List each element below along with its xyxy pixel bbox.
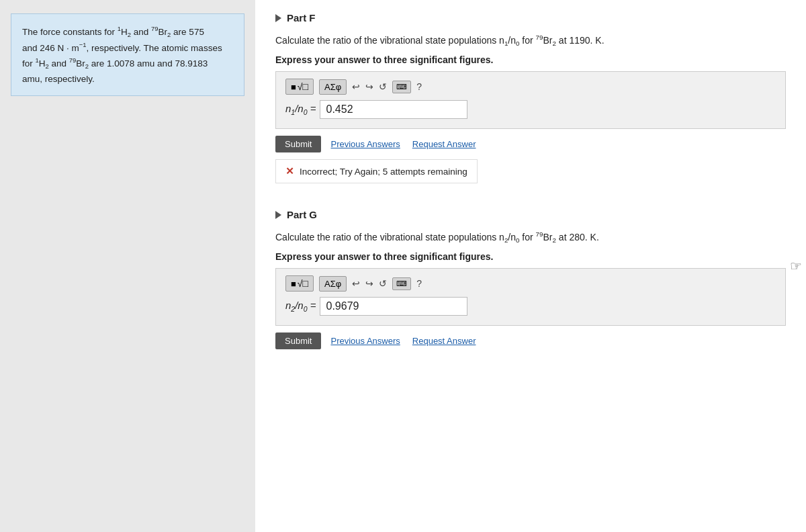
part-g-description2: Express your answer to three significant… <box>275 250 786 264</box>
part-f-request-answer-link[interactable]: Request Answer <box>412 139 476 149</box>
part-f-incorrect-message: Incorrect; Try Again; 5 attempts remaini… <box>300 167 467 177</box>
info-line3: for 1H2 and 79Br2 are 1.0078 amu and 78.… <box>22 55 233 71</box>
part-f-refresh-icon[interactable]: ↺ <box>379 81 387 92</box>
part-g-submit-row: Submit Previous Answers Request Answer <box>275 332 786 349</box>
part-g-request-answer-link[interactable]: Request Answer <box>412 336 476 346</box>
part-g-question-icon[interactable]: ? <box>416 278 422 289</box>
part-f-redo-icon[interactable]: ↪ <box>365 81 373 92</box>
part-g-toolbar: ■ √□ AΣφ ↩ ↪ ↺ ⌨ ? <box>285 275 776 292</box>
left-panel: The force constants for 1H2 and 79Br2 ar… <box>0 0 255 532</box>
part-f-input[interactable] <box>320 100 467 119</box>
part-g-sqrt-button[interactable]: ■ √□ <box>285 275 314 292</box>
part-f-formula-row: n1/n0 = <box>285 100 776 119</box>
info-line1: The force constants for 1H2 and 79Br2 ar… <box>22 24 233 40</box>
part-g-alpha-label: AΣφ <box>324 279 341 289</box>
part-f-description1: Calculate the ratio of the vibrational s… <box>275 33 786 49</box>
part-f-label: Part F <box>287 12 316 24</box>
right-panel: Part F Calculate the ratio of the vibrat… <box>255 0 806 532</box>
info-line2: and 246 N · m−1, respectively. The atomi… <box>22 40 233 55</box>
part-g-formula-label: n2/n0 = <box>285 300 316 313</box>
part-f-keyboard-icon[interactable]: ⌨ <box>392 81 411 93</box>
part-g-refresh-icon[interactable]: ↺ <box>379 278 387 289</box>
part-f-collapse-icon[interactable] <box>275 14 281 22</box>
part-g-undo-icon[interactable]: ↩ <box>352 278 360 289</box>
part-g-redo-icon[interactable]: ↪ <box>365 278 373 289</box>
part-f-section: Part F Calculate the ratio of the vibrat… <box>275 7 786 183</box>
part-f-question-icon[interactable]: ? <box>416 81 422 92</box>
part-f-previous-answers-link[interactable]: Previous Answers <box>330 139 400 149</box>
info-box: The force constants for 1H2 and 79Br2 ar… <box>11 13 244 96</box>
part-f-toolbar: ■ √□ AΣφ ↩ ↪ ↺ ⌨ ? <box>285 79 776 95</box>
info-line4: amu, respectively. <box>22 72 233 87</box>
part-g-previous-answers-link[interactable]: Previous Answers <box>330 336 400 346</box>
scroll-indicator: ☞ <box>790 258 802 274</box>
part-g-description1: Calculate the ratio of the vibrational s… <box>275 230 786 246</box>
part-f-submit-button[interactable]: Submit <box>275 136 321 152</box>
part-f-submit-row: Submit Previous Answers Request Answer <box>275 136 786 152</box>
part-f-alpha-label: AΣφ <box>324 82 341 92</box>
part-f-sqrt-icon: ■ <box>291 82 296 92</box>
part-f-sqrt-button[interactable]: ■ √□ <box>285 79 314 95</box>
part-g-label: Part G <box>287 209 317 220</box>
part-g-input[interactable] <box>320 297 467 316</box>
part-f-input-area: ■ √□ AΣφ ↩ ↪ ↺ ⌨ ? n1/n0 = <box>275 71 786 129</box>
part-f-incorrect-box: ✕ Incorrect; Try Again; 5 attempts remai… <box>275 159 478 183</box>
part-f-undo-icon[interactable]: ↩ <box>352 81 360 92</box>
part-g-header: Part G <box>275 204 786 220</box>
part-g-input-area: ■ √□ AΣφ ↩ ↪ ↺ ⌨ ? n2/n0 = <box>275 268 786 326</box>
part-g-collapse-icon[interactable] <box>275 211 281 219</box>
part-g-formula-row: n2/n0 = <box>285 297 776 316</box>
part-f-header: Part F <box>275 7 786 24</box>
part-f-formula-label: n1/n0 = <box>285 103 316 116</box>
part-g-sqrt-icon: ■ <box>291 279 296 289</box>
part-g-keyboard-icon[interactable]: ⌨ <box>392 277 411 290</box>
part-f-x-icon: ✕ <box>285 165 294 177</box>
part-f-alpha-button[interactable]: AΣφ <box>319 79 347 95</box>
part-g-section: Part G Calculate the ratio of the vibrat… <box>275 204 786 349</box>
part-g-alpha-button[interactable]: AΣφ <box>319 276 347 292</box>
part-f-description2: Express your answer to three significant… <box>275 53 786 67</box>
part-g-submit-button[interactable]: Submit <box>275 332 321 349</box>
